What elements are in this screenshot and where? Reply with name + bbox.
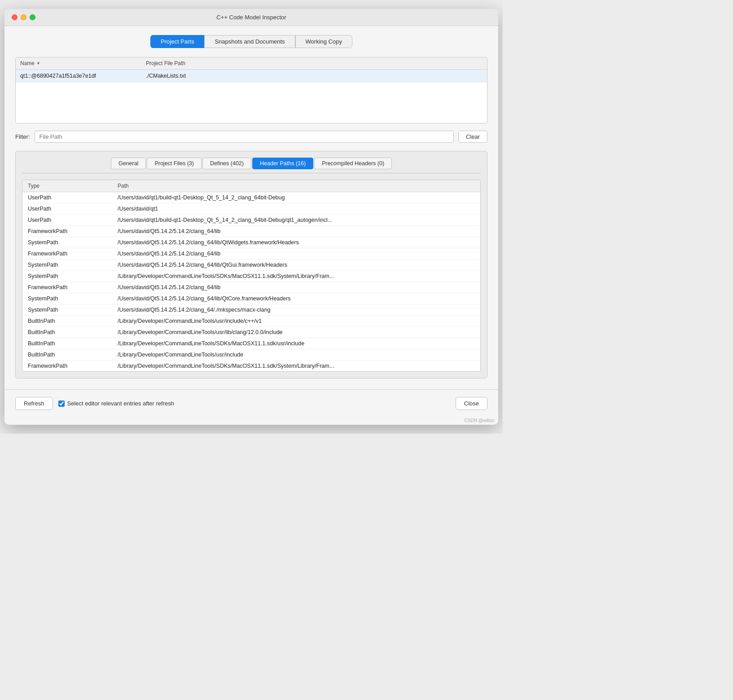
row-type-cell: FrameworkPath xyxy=(28,228,118,234)
row-path-cell: /Users/david/qt1/build-qt1-Desktop_Qt_5_… xyxy=(118,194,475,201)
row-type-cell: SystemPath xyxy=(28,262,118,268)
row-type-cell: SystemPath xyxy=(28,273,118,279)
project-table-col-name: Name ▼ xyxy=(20,60,146,66)
project-table-col-path: Project File Path xyxy=(146,60,483,66)
table-row[interactable]: SystemPath /Users/david/Qt5.14.2/5.14.2/… xyxy=(22,293,480,304)
sort-arrow-icon: ▼ xyxy=(36,61,40,66)
table-row[interactable]: BuiltInPath /Library/Developer/CommandLi… xyxy=(22,316,480,327)
tab-general[interactable]: General xyxy=(111,158,146,169)
filter-bar: Filter: Clear xyxy=(15,131,487,143)
data-table-col-type: Type xyxy=(28,183,118,189)
data-table: Type Path UserPath /Users/david/qt1/buil… xyxy=(22,180,481,372)
data-table-body: UserPath /Users/david/qt1/build-qt1-Desk… xyxy=(22,192,480,371)
row-path-cell: /Users/david/Qt5.14.2/5.14.2/clang_64/./… xyxy=(118,307,475,313)
row-path-cell: /Users/david/Qt5.14.2/5.14.2/clang_64/li… xyxy=(118,239,475,246)
row-path-cell: /Users/david/Qt5.14.2/5.14.2/clang_64/li… xyxy=(118,228,475,234)
watermark: CSDN @witton xyxy=(4,417,498,425)
row-path-cell: /Library/Developer/CommandLineTools/usr/… xyxy=(118,329,475,335)
tab-snapshots-documents[interactable]: Snapshots and Documents xyxy=(204,35,295,48)
table-row[interactable]: BuiltInPath /Library/Developer/CommandLi… xyxy=(22,338,480,349)
bottom-bar: Refresh Select editor relevant entries a… xyxy=(4,389,498,417)
row-path-cell: /Users/david/Qt5.14.2/5.14.2/clang_64/li… xyxy=(118,251,475,257)
tab-working-copy[interactable]: Working Copy xyxy=(295,35,352,48)
titlebar: C++ Code Model Inspector xyxy=(4,9,498,26)
table-row[interactable]: FrameworkPath /Users/david/Qt5.14.2/5.14… xyxy=(22,226,480,237)
tab-defines[interactable]: Defines (402) xyxy=(202,158,251,169)
minimize-traffic-light[interactable] xyxy=(21,14,26,20)
refresh-button[interactable]: Refresh xyxy=(15,397,53,410)
row-path-cell: /Users/david/qt1 xyxy=(118,206,475,212)
tab-precompiled-headers[interactable]: Precompiled Headers (0) xyxy=(314,158,392,169)
data-table-col-path: Path xyxy=(118,183,475,189)
row-type-cell: BuiltInPath xyxy=(28,329,118,335)
row-type-cell: BuiltInPath xyxy=(28,352,118,358)
table-row[interactable]: UserPath /Users/david/qt1 xyxy=(22,203,480,215)
main-window: C++ Code Model Inspector Project Parts S… xyxy=(4,9,498,425)
row-type-cell: FrameworkPath xyxy=(28,363,118,369)
project-table-header: Name ▼ Project File Path xyxy=(16,57,487,70)
table-row[interactable]: BuiltInPath /Library/Developer/CommandLi… xyxy=(22,349,480,361)
row-path-cell: /Users/david/Qt5.14.2/5.14.2/clang_64/li… xyxy=(118,295,475,302)
row-path-cell: /Library/Developer/CommandLineTools/SDKs… xyxy=(118,340,475,347)
main-tab-bar: Project Parts Snapshots and Documents Wo… xyxy=(15,35,487,48)
maximize-traffic-light[interactable] xyxy=(30,14,35,20)
inner-tab-bar: General Project Files (3) Defines (402) … xyxy=(22,158,481,173)
table-row[interactable]: SystemPath /Users/david/Qt5.14.2/5.14.2/… xyxy=(22,260,480,271)
row-type-cell: SystemPath xyxy=(28,307,118,313)
row-type-cell: UserPath xyxy=(28,217,118,223)
row-path-cell: /Library/Developer/CommandLineTools/usr/… xyxy=(118,352,475,358)
row-type-cell: FrameworkPath xyxy=(28,284,118,291)
tab-header-paths[interactable]: Header Paths (16) xyxy=(252,158,313,169)
row-type-cell: SystemPath xyxy=(28,239,118,246)
inner-panel: General Project Files (3) Defines (402) … xyxy=(15,151,487,379)
row-path-cell: /Library/Developer/CommandLineTools/SDKs… xyxy=(118,273,475,279)
table-row[interactable]: SystemPath /Users/david/Qt5.14.2/5.14.2/… xyxy=(22,237,480,248)
project-table-row[interactable]: qt1::@6890427a1f51a3e7e1df ./CMakeLists.… xyxy=(16,70,487,83)
row-type-cell: UserPath xyxy=(28,206,118,212)
row-path-cell: /Users/david/Qt5.14.2/5.14.2/clang_64/li… xyxy=(118,284,475,291)
main-content: Project Parts Snapshots and Documents Wo… xyxy=(4,26,498,389)
close-button[interactable]: Close xyxy=(456,397,487,410)
row-type-cell: BuiltInPath xyxy=(28,340,118,347)
row-path-cell: /Library/Developer/CommandLineTools/SDKs… xyxy=(118,363,475,369)
data-table-header: Type Path xyxy=(22,180,480,192)
tab-project-files[interactable]: Project Files (3) xyxy=(147,158,202,169)
filter-input[interactable] xyxy=(35,131,454,143)
project-table-empty-area xyxy=(16,83,487,123)
row-type-cell: BuiltInPath xyxy=(28,318,118,324)
tab-project-parts[interactable]: Project Parts xyxy=(150,35,204,48)
checkbox-label[interactable]: Select editor relevant entries after ref… xyxy=(58,400,174,407)
traffic-lights xyxy=(12,14,35,20)
row-type-cell: UserPath xyxy=(28,194,118,201)
table-row[interactable]: FrameworkPath /Users/david/Qt5.14.2/5.14… xyxy=(22,282,480,293)
table-row[interactable]: SystemPath /Users/david/Qt5.14.2/5.14.2/… xyxy=(22,304,480,316)
clear-button[interactable]: Clear xyxy=(458,131,487,143)
close-traffic-light[interactable] xyxy=(12,14,18,20)
window-title: C++ Code Model Inspector xyxy=(216,14,286,21)
project-path-cell: ./CMakeLists.txt xyxy=(146,73,483,79)
row-path-cell: /Library/Developer/CommandLineTools/usr/… xyxy=(118,318,475,324)
filter-label: Filter: xyxy=(15,133,30,140)
table-row[interactable]: BuiltInPath /Library/Developer/CommandLi… xyxy=(22,327,480,338)
table-row[interactable]: FrameworkPath /Users/david/Qt5.14.2/5.14… xyxy=(22,248,480,260)
row-type-cell: SystemPath xyxy=(28,295,118,302)
table-row[interactable]: UserPath /Users/david/qt1/build-qt1-Desk… xyxy=(22,192,480,203)
table-row[interactable]: SystemPath /Library/Developer/CommandLin… xyxy=(22,271,480,282)
project-table: Name ▼ Project File Path qt1::@6890427a1… xyxy=(15,57,487,123)
checkbox-text: Select editor relevant entries after ref… xyxy=(67,400,174,407)
row-path-cell: /Users/david/Qt5.14.2/5.14.2/clang_64/li… xyxy=(118,262,475,268)
row-type-cell: FrameworkPath xyxy=(28,251,118,257)
project-name-cell: qt1::@6890427a1f51a3e7e1df xyxy=(20,73,146,79)
select-relevant-checkbox[interactable] xyxy=(58,401,65,407)
table-row[interactable]: UserPath /Users/david/qt1/build-qt1-Desk… xyxy=(22,215,480,226)
row-path-cell: /Users/david/qt1/build-qt1-Desktop_Qt_5_… xyxy=(118,217,475,223)
table-row[interactable]: FrameworkPath /Library/Developer/Command… xyxy=(22,361,480,371)
